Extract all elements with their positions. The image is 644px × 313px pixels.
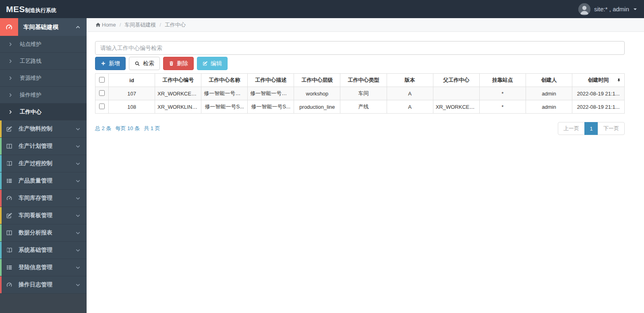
chevron-down-icon [75, 126, 81, 132]
chevron-right-icon [8, 59, 13, 64]
list-icon [0, 178, 19, 184]
gauge-icon [0, 282, 19, 288]
sidebar-group-label: 车间库存管理 [19, 195, 52, 202]
column-header-level: 工作中心层级 [294, 74, 340, 87]
breadcrumb-separator: / [120, 22, 121, 28]
breadcrumb-separator: / [159, 22, 161, 28]
next-page-button[interactable]: 下一页 [598, 122, 625, 135]
sidebar-group-system-management[interactable]: 系统基础管理 [0, 242, 87, 259]
column-header-name: 工作中心名称 [201, 74, 248, 87]
page-number-1[interactable]: 1 [584, 122, 598, 135]
delete-button[interactable]: 删除 [163, 57, 194, 70]
sidebar-group-label: 系统基础管理 [19, 247, 52, 254]
breadcrumb-current: 工作中心 [165, 21, 186, 29]
cell-type: 车间 [340, 87, 387, 100]
cell-desc: 修一智能一号S... [248, 100, 294, 114]
cell-name: 修一智能一号车间 [201, 87, 248, 100]
prev-page-button[interactable]: 上一页 [558, 122, 585, 135]
search-input[interactable] [95, 41, 625, 55]
chevron-down-icon [75, 213, 81, 218]
chevron-down-icon [75, 282, 81, 288]
edit-button[interactable]: 编辑 [197, 57, 228, 70]
sidebar: 车间基础建模 站点维护 工艺路线 资源维护 操作维护 工作中心 生产物料控制 生… [0, 18, 87, 313]
cell-type: 产线 [340, 100, 387, 114]
sidebar-item-process-route[interactable]: 工艺路线 [0, 53, 87, 70]
summary-per-page: 每页 10 条 [115, 125, 140, 132]
sidebar-item-resource-maintenance[interactable]: 资源维护 [0, 70, 87, 87]
top-navbar: MES制造执行系统 site:* , admin [0, 0, 644, 18]
sidebar-group-quality-management[interactable]: 产品质量管理 [0, 172, 87, 190]
sidebar-group-label: 登陆信息管理 [19, 264, 52, 271]
summary-pages: 共 1 页 [144, 125, 160, 132]
table-footer: 总 2 条 每页 10 条 共 1 页 上一页 1 下一页 [95, 122, 625, 135]
user-menu[interactable]: site:* , admin [578, 3, 644, 15]
sidebar-item-station-maintenance[interactable]: 站点维护 [0, 36, 87, 53]
column-header-station: 挂靠站点 [479, 74, 526, 87]
cell-code: XR_WORKLINE... [155, 100, 201, 114]
cell-code: XR_WORKCEN... [155, 87, 201, 100]
sidebar-group-operation-log[interactable]: 操作日志管理 [0, 276, 87, 294]
breadcrumb: Home / 车间基础建模 / 工作中心 [87, 18, 644, 32]
sidebar-group-label: 车间基础建模 [23, 23, 58, 31]
sidebar-group-label: 生产计划管理 [19, 143, 52, 150]
sidebar-group-material-control[interactable]: 生产物料控制 [0, 120, 87, 138]
breadcrumb-section[interactable]: 车间基础建模 [124, 21, 156, 29]
chevron-down-icon [75, 144, 81, 149]
brand-primary: MES [6, 4, 25, 14]
edit-icon [0, 126, 19, 132]
add-button[interactable]: 新增 [95, 57, 126, 70]
column-header-created-label: 创建时间 [588, 77, 609, 83]
sidebar-group-login-info[interactable]: 登陆信息管理 [0, 259, 87, 276]
table-row[interactable]: 107 XR_WORKCEN... 修一智能一号车间 修一智能一号车间 work… [95, 87, 625, 100]
chevron-down-icon [75, 178, 81, 184]
select-all-checkbox[interactable] [99, 77, 105, 83]
cell-station: * [479, 100, 526, 114]
sidebar-item-label: 工作中心 [20, 108, 41, 116]
cell-version: A [387, 100, 433, 114]
list-icon [0, 264, 19, 271]
cell-select [95, 100, 109, 114]
table-row[interactable]: 108 XR_WORKLINE... 修一智能一号S... 修一智能一号S...… [95, 100, 625, 114]
sidebar-item-label: 工艺路线 [20, 58, 41, 65]
sidebar-group-process-control[interactable]: 生产过程控制 [0, 155, 87, 172]
delete-button-label: 删除 [177, 60, 188, 67]
avatar [578, 3, 590, 15]
sidebar-group-inventory-management[interactable]: 车间库存管理 [0, 190, 87, 207]
column-header-parent: 父工作中心 [433, 74, 479, 87]
breadcrumb-home[interactable]: Home [102, 22, 116, 28]
sidebar-groups: 生产物料控制 生产计划管理 生产过程控制 产品质量管理 车间库存管理 车间看板管… [0, 120, 87, 294]
cell-created: 2022-08-19 21:1... [572, 100, 625, 114]
chevron-right-icon [8, 42, 13, 47]
cell-creator: admin [526, 100, 572, 114]
sidebar-group-label: 生产过程控制 [19, 160, 52, 167]
sidebar-group-workshop-modeling[interactable]: 车间基础建模 [0, 18, 87, 36]
plus-icon [101, 61, 106, 66]
pin-icon[interactable] [617, 78, 621, 83]
cell-id: 107 [109, 87, 155, 100]
chevron-right-icon [8, 110, 13, 114]
edit-button-label: 编辑 [211, 60, 222, 67]
sidebar-item-work-center[interactable]: 工作中心 [0, 104, 87, 120]
cell-id: 108 [109, 100, 155, 114]
user-label: site:* , admin [594, 6, 629, 12]
add-button-label: 新增 [109, 60, 120, 67]
trash-icon [169, 61, 174, 66]
column-header-id: id [109, 74, 155, 87]
sidebar-group-label: 数据分析报表 [19, 229, 52, 236]
cell-level: workshop [294, 87, 340, 100]
pagination: 上一页 1 下一页 [558, 122, 625, 135]
sidebar-group-board-management[interactable]: 车间看板管理 [0, 207, 87, 224]
row-checkbox[interactable] [99, 90, 105, 96]
table-header-row: id 工作中心编号 工作中心名称 工作中心描述 工作中心层级 工作中心类型 版本… [95, 74, 625, 87]
row-checkbox[interactable] [99, 104, 105, 109]
search-button[interactable]: 检索 [129, 57, 160, 70]
cell-level: production_line [294, 100, 340, 114]
sidebar-group-data-analysis[interactable]: 数据分析报表 [0, 224, 87, 242]
cell-desc: 修一智能一号车间 [248, 87, 294, 100]
work-center-table: id 工作中心编号 工作中心名称 工作中心描述 工作中心层级 工作中心类型 版本… [95, 73, 625, 114]
chevron-down-icon [75, 161, 81, 166]
sidebar-group-plan-management[interactable]: 生产计划管理 [0, 138, 87, 155]
cell-name: 修一智能一号S... [201, 100, 248, 114]
search-icon [135, 61, 140, 66]
sidebar-item-operation-maintenance[interactable]: 操作维护 [0, 87, 87, 104]
